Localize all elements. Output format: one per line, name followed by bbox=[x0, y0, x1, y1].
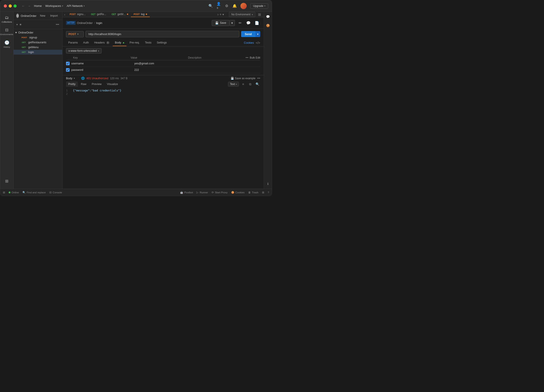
tree-item-login[interactable]: GET login bbox=[14, 50, 62, 55]
kv-key-password[interactable]: password bbox=[71, 68, 134, 71]
word-wrap-icon[interactable]: ≡ bbox=[240, 81, 246, 87]
response-format-select[interactable]: Text ▾ bbox=[228, 82, 239, 86]
tree-folder-onlineorder[interactable]: ▾ OnlineOrder bbox=[14, 30, 62, 35]
kv-value-username[interactable]: yes@gmail.com bbox=[134, 62, 197, 65]
postbot-button[interactable]: 🤖 Postbot bbox=[180, 191, 193, 194]
tab-params[interactable]: Params bbox=[66, 40, 80, 46]
resp-tab-raw[interactable]: Raw bbox=[79, 81, 89, 87]
kv-key-username[interactable]: username bbox=[71, 62, 134, 65]
document-icon[interactable]: 📄 bbox=[254, 20, 260, 26]
collection-header: + ≡ ••• bbox=[14, 20, 62, 29]
resp-tab-right: Text ▾ ≡ ⧉ 🔍 bbox=[228, 81, 260, 87]
user-row: O OnlineOrder New Import bbox=[14, 12, 62, 20]
bell-icon[interactable]: 🔔 bbox=[232, 4, 237, 8]
tab-auth[interactable]: Auth bbox=[81, 40, 91, 46]
tab-method-get-restaurants: GET bbox=[91, 13, 95, 16]
resp-tab-pretty[interactable]: Pretty bbox=[66, 81, 78, 87]
send-dropdown-button[interactable]: ▾ bbox=[255, 31, 260, 37]
sidebar-item-environments[interactable]: ⊟ Environments bbox=[1, 26, 13, 37]
help-button[interactable]: ? bbox=[268, 191, 269, 194]
kv-value-password[interactable]: 222 bbox=[134, 68, 197, 71]
kv-checkbox-password[interactable] bbox=[66, 68, 70, 72]
kv-checkbox-username[interactable] bbox=[66, 62, 70, 65]
comment-icon[interactable]: 💬 bbox=[245, 20, 252, 26]
tab-prereq[interactable]: Pre-req. bbox=[127, 40, 142, 46]
search-response-icon[interactable]: 🔍 bbox=[254, 81, 260, 87]
edit-icon[interactable]: ✏ bbox=[237, 20, 243, 26]
filter-icon[interactable]: ≡ bbox=[20, 23, 22, 26]
search-icon[interactable]: 🔍 bbox=[208, 4, 213, 8]
workspaces-nav[interactable]: Workspaces ▾ bbox=[45, 4, 63, 7]
sidebar-item-collections[interactable]: 🗂 Collections bbox=[1, 14, 13, 25]
copy-response-icon[interactable]: ⧉ bbox=[247, 81, 253, 87]
save-dropdown-button[interactable]: ▾ bbox=[230, 20, 235, 26]
cookies-button[interactable]: 🍪 Cookies bbox=[231, 191, 245, 194]
close-button[interactable] bbox=[4, 5, 7, 7]
import-button[interactable]: Import bbox=[48, 14, 59, 18]
resp-tab-preview[interactable]: Preview bbox=[89, 81, 104, 87]
tab-back-icon[interactable]: ‹ bbox=[63, 12, 66, 17]
kv-row-username: username yes@gmail.com bbox=[66, 60, 260, 67]
add-tab-icon[interactable]: + bbox=[219, 12, 222, 17]
home-nav[interactable]: Home bbox=[34, 4, 42, 7]
save-example-icon: 💾 bbox=[231, 77, 234, 80]
code-icon[interactable]: </> bbox=[256, 41, 260, 45]
tab-settings[interactable]: Settings bbox=[154, 40, 169, 46]
right-panel-comment-icon[interactable]: 💬 bbox=[265, 14, 271, 20]
request-area: HTTP OnlineOrder / login 💾 Save ▾ bbox=[62, 17, 264, 189]
status-online[interactable]: Online bbox=[9, 191, 19, 194]
upgrade-button[interactable]: Upgrade ▾ bbox=[250, 3, 268, 9]
api-network-nav[interactable]: API Network ▾ bbox=[67, 4, 85, 7]
tab-headers[interactable]: Headers 8 bbox=[92, 40, 112, 46]
tab-log[interactable]: POST log bbox=[131, 12, 150, 17]
start-proxy-button[interactable]: ⟳ Start Proxy bbox=[212, 191, 228, 194]
tab-dropdown-icon[interactable]: ▾ bbox=[222, 13, 224, 16]
settings-icon[interactable]: ⚙ bbox=[225, 4, 229, 8]
tab-getmenu[interactable]: GET getM... bbox=[109, 12, 131, 17]
new-button[interactable]: New bbox=[38, 14, 47, 18]
tab-body[interactable]: Body bbox=[113, 40, 126, 46]
right-panel-cookie-icon[interactable]: 🍪 bbox=[265, 23, 271, 29]
send-button[interactable]: Send bbox=[241, 31, 255, 37]
env-grid-icon[interactable]: ⊞ bbox=[257, 12, 262, 17]
method-select[interactable]: POST ▾ bbox=[66, 31, 84, 37]
right-panel-info-icon[interactable]: ℹ bbox=[265, 181, 271, 187]
maximize-button[interactable] bbox=[14, 5, 17, 7]
save-example-button[interactable]: 💾 Save as example bbox=[231, 77, 255, 80]
send-btn-group: Send ▾ bbox=[241, 31, 260, 37]
environment-selector[interactable]: No Environment ▾ bbox=[229, 12, 255, 17]
save-button[interactable]: 💾 Save bbox=[212, 20, 230, 26]
console-button[interactable]: ⊟ Console bbox=[49, 191, 62, 194]
more-options-icon[interactable]: ••• bbox=[55, 22, 59, 27]
add-user-icon[interactable]: 👤+ bbox=[216, 4, 221, 8]
resp-more-icon[interactable]: ••• bbox=[257, 77, 260, 80]
body-type-select[interactable]: x-www-form-urlencoded ▾ bbox=[66, 48, 101, 53]
minimize-button[interactable] bbox=[9, 5, 12, 7]
tab-signup[interactable]: POST signu... bbox=[67, 12, 88, 17]
resp-tab-visualize[interactable]: Visualize bbox=[105, 81, 120, 87]
tab-forward-icon[interactable]: › bbox=[217, 12, 219, 17]
sidebar: 🗂 Collections ⊟ Environments 🕐 History ⊞ bbox=[0, 12, 14, 189]
tree-item-signup[interactable]: POST signup bbox=[14, 35, 62, 40]
more-options-icon[interactable]: ••• bbox=[246, 56, 248, 59]
forward-button[interactable]: → bbox=[27, 4, 31, 8]
response-body-chevron[interactable]: ▾ bbox=[74, 77, 75, 80]
runner-button[interactable]: ▷ Runner bbox=[196, 191, 208, 194]
sidebar-item-explore[interactable]: ⊞ bbox=[1, 177, 13, 186]
tree-item-getmenu[interactable]: GET getMenu bbox=[14, 45, 62, 50]
cookies-link[interactable]: Cookies bbox=[244, 41, 254, 44]
trash-button[interactable]: 🗑 Trash bbox=[248, 191, 258, 194]
status-layout-icon[interactable]: ⊞ bbox=[3, 191, 5, 194]
tab-getrestaurants[interactable]: GET getRe... bbox=[88, 12, 109, 17]
find-replace-button[interactable]: 🔍 Find and replace bbox=[23, 191, 46, 194]
grid-view-button[interactable]: ⊞ bbox=[262, 191, 264, 194]
url-input[interactable] bbox=[86, 31, 239, 37]
back-button[interactable]: ← bbox=[21, 4, 26, 8]
tree-item-label-signup: signup bbox=[29, 36, 37, 39]
tree-item-getrestaurants[interactable]: GET getRestaurants bbox=[14, 40, 62, 45]
tab-tests[interactable]: Tests bbox=[143, 40, 154, 46]
avatar[interactable] bbox=[240, 3, 247, 9]
sidebar-item-history[interactable]: 🕐 History bbox=[1, 38, 13, 50]
add-collection-icon[interactable]: + bbox=[16, 23, 18, 26]
bulk-edit-button[interactable]: Bulk Edit bbox=[250, 56, 260, 59]
